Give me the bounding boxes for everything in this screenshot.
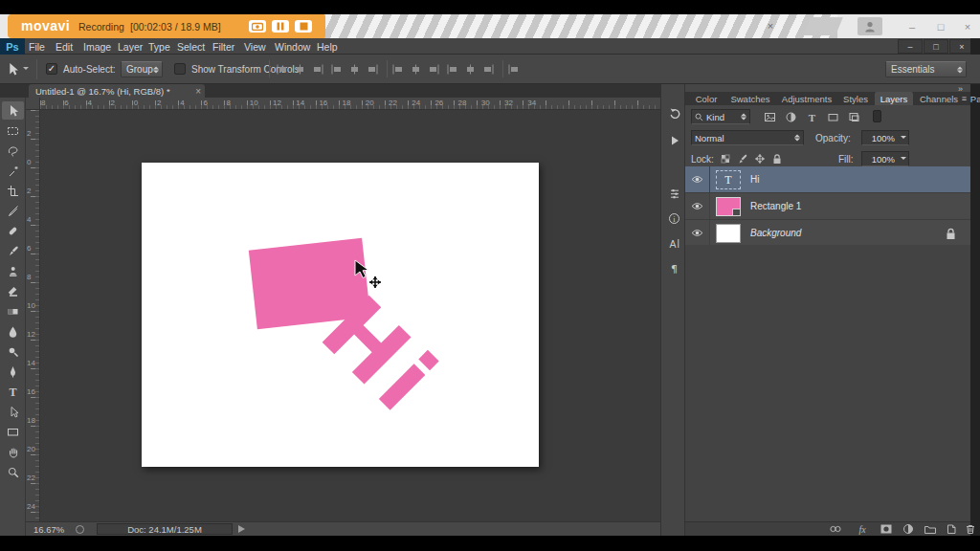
shape-layers-filter-icon[interactable] bbox=[825, 109, 840, 124]
dock-info-icon[interactable]: i bbox=[664, 209, 683, 228]
tab-swatches[interactable]: Swatches bbox=[725, 92, 775, 105]
tool-hand[interactable] bbox=[2, 443, 24, 461]
tool-rectangular-marquee[interactable] bbox=[2, 121, 24, 140]
distribute-right-edges-icon[interactable] bbox=[482, 62, 496, 76]
align-top-edges-icon[interactable] bbox=[330, 62, 344, 76]
menu-window[interactable]: Window bbox=[275, 41, 310, 53]
lock-position-icon[interactable] bbox=[752, 151, 768, 166]
distribute-left-edges-icon[interactable] bbox=[446, 62, 459, 76]
pixel-layers-filter-icon[interactable] bbox=[762, 109, 777, 124]
tool-move[interactable] bbox=[2, 101, 24, 120]
document-tab[interactable]: Untitled-1 @ 16.7% (Hi, RGB/8) * × bbox=[29, 84, 205, 98]
dock-actions-icon[interactable] bbox=[664, 130, 683, 149]
smart-object-filter-icon[interactable] bbox=[846, 109, 861, 124]
browser-tab-close-icon[interactable]: × bbox=[764, 19, 777, 33]
tab-adjustments[interactable]: Adjustments bbox=[777, 92, 836, 105]
workspace-dropdown[interactable]: Essentials bbox=[885, 61, 967, 77]
app-maximize-button[interactable]: □ bbox=[924, 39, 948, 54]
dock-paragraph-icon[interactable]: ¶ bbox=[664, 258, 683, 277]
browser-profile-button[interactable] bbox=[858, 17, 882, 35]
lock-transparent-pixels-icon[interactable] bbox=[718, 151, 733, 166]
layer-name[interactable]: Background bbox=[750, 228, 801, 238]
align-left-edges-icon[interactable] bbox=[276, 62, 289, 76]
align-horizontal-centers-icon[interactable] bbox=[348, 62, 362, 76]
tool-clone-stamp[interactable] bbox=[2, 262, 24, 280]
tab-styles[interactable]: Styles bbox=[838, 92, 873, 105]
layer-name[interactable]: Rectangle 1 bbox=[750, 201, 801, 211]
blend-mode-dropdown[interactable]: Normal bbox=[691, 130, 804, 145]
layer-filter-dropdown[interactable]: Kind bbox=[691, 109, 750, 124]
tab-paths[interactable]: Paths bbox=[965, 92, 980, 105]
vertical-ruler[interactable]: 2024681012141618202224 bbox=[26, 110, 40, 521]
visibility-eye-icon[interactable] bbox=[685, 166, 710, 192]
lock-image-pixels-icon[interactable] bbox=[735, 151, 750, 166]
align-bottom-edges-icon[interactable] bbox=[367, 62, 380, 76]
tool-healing-brush[interactable] bbox=[2, 222, 24, 240]
menu-type[interactable]: Type bbox=[148, 41, 170, 53]
add-layer-mask-icon[interactable] bbox=[879, 522, 894, 536]
auto-align-layers-icon[interactable] bbox=[507, 62, 521, 76]
tool-eyedropper[interactable] bbox=[2, 202, 24, 220]
distribute-top-edges-icon[interactable] bbox=[391, 62, 405, 76]
browser-maximize-button[interactable]: □ bbox=[930, 18, 951, 34]
layer-row-background[interactable]: Background bbox=[685, 220, 970, 247]
tool-brush[interactable] bbox=[2, 242, 24, 260]
tool-dodge[interactable] bbox=[2, 342, 24, 361]
tool-pen[interactable] bbox=[2, 363, 24, 381]
menu-edit[interactable]: Edit bbox=[56, 41, 73, 53]
shape-layer-thumbnail[interactable] bbox=[716, 197, 741, 216]
tab-color[interactable]: Color bbox=[689, 92, 724, 105]
align-vertical-centers-icon[interactable] bbox=[294, 62, 307, 76]
app-minimize-button[interactable]: – bbox=[898, 39, 923, 54]
opacity-field[interactable]: 100% bbox=[861, 130, 909, 145]
browser-close-button[interactable]: × bbox=[957, 18, 978, 34]
zoom-level-field[interactable]: 16.67% bbox=[33, 524, 64, 535]
menu-select[interactable]: Select bbox=[177, 41, 205, 53]
menu-view[interactable]: View bbox=[244, 41, 266, 53]
align-right-edges-icon[interactable] bbox=[312, 62, 325, 76]
tool-eraser[interactable] bbox=[2, 282, 24, 300]
link-layers-icon[interactable] bbox=[828, 522, 843, 536]
dock-history-icon[interactable] bbox=[664, 103, 683, 122]
tool-rectangle-shape[interactable] bbox=[2, 423, 24, 441]
layer-row-rectangle[interactable]: Rectangle 1 bbox=[685, 193, 970, 220]
tool-magic-wand[interactable] bbox=[2, 162, 24, 180]
distribute-vertical-centers-icon[interactable] bbox=[410, 62, 423, 76]
pause-button[interactable] bbox=[272, 20, 289, 33]
ruler-corner[interactable] bbox=[26, 98, 40, 110]
dock-properties-icon[interactable] bbox=[664, 184, 683, 203]
delete-layer-icon[interactable] bbox=[963, 522, 978, 536]
layer-row-hi[interactable]: T Hi bbox=[685, 166, 970, 193]
tool-path-selection[interactable] bbox=[2, 403, 24, 421]
menu-help[interactable]: Help bbox=[317, 41, 338, 53]
menu-image[interactable]: Image bbox=[83, 41, 111, 53]
new-adjustment-layer-icon[interactable] bbox=[901, 522, 916, 536]
distribute-bottom-edges-icon[interactable] bbox=[428, 62, 441, 76]
background-layer-thumbnail[interactable] bbox=[716, 224, 741, 243]
type-layers-filter-icon[interactable]: T bbox=[804, 109, 819, 124]
layer-name[interactable]: Hi bbox=[750, 174, 759, 185]
screenshot-button[interactable] bbox=[249, 20, 266, 33]
visibility-eye-icon[interactable] bbox=[685, 193, 710, 219]
adjustment-layers-filter-icon[interactable] bbox=[783, 109, 798, 124]
browser-minimize-button[interactable]: – bbox=[902, 18, 923, 34]
layer-style-fx-icon[interactable]: fx bbox=[855, 522, 870, 536]
tab-channels[interactable]: Channels bbox=[915, 92, 963, 105]
text-layer-thumbnail[interactable]: T bbox=[716, 170, 741, 189]
lock-all-icon[interactable] bbox=[769, 151, 785, 166]
visibility-eye-icon[interactable] bbox=[685, 220, 710, 246]
menu-filter[interactable]: Filter bbox=[212, 41, 234, 53]
menu-file[interactable]: File bbox=[29, 41, 45, 53]
tab-layers[interactable]: Layers bbox=[875, 92, 913, 105]
tool-zoom[interactable] bbox=[2, 463, 24, 481]
document-size-field[interactable]: Doc: 24.1M/1.25M bbox=[97, 523, 233, 535]
tool-crop[interactable] bbox=[2, 182, 24, 200]
tool-lasso[interactable] bbox=[2, 142, 24, 160]
horizontal-ruler[interactable]: 86420246810121416182022242628303234 bbox=[40, 98, 660, 110]
new-group-icon[interactable] bbox=[923, 522, 938, 536]
distribute-horizontal-centers-icon[interactable] bbox=[464, 62, 478, 76]
tool-gradient[interactable] bbox=[2, 302, 24, 320]
panel-menu-icon[interactable]: ≡ bbox=[962, 94, 967, 103]
stop-button[interactable] bbox=[295, 20, 312, 33]
dock-character-icon[interactable]: A bbox=[664, 233, 683, 253]
